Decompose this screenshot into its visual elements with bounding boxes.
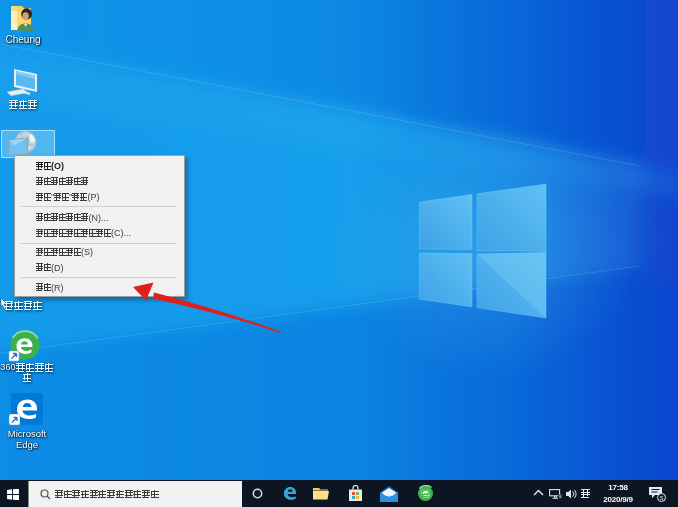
svg-text:S: S — [659, 495, 663, 501]
